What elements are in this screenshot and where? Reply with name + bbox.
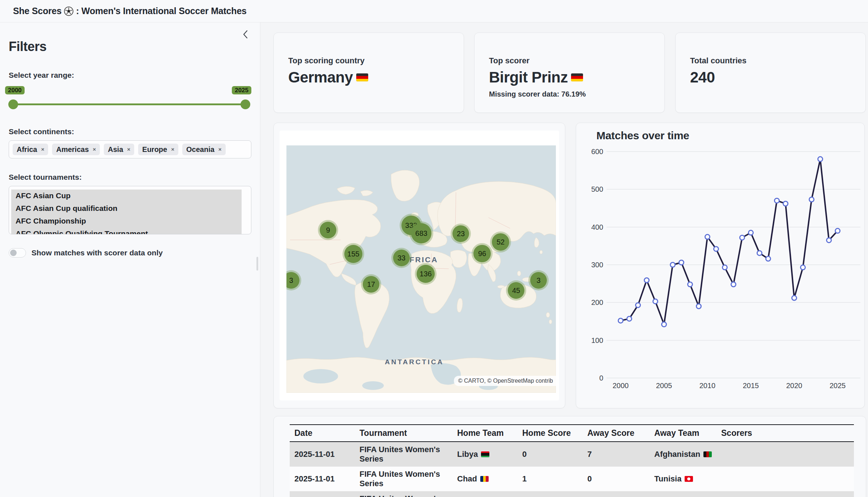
page-title-pre: She Scores (13, 6, 61, 16)
page-title-post: : Women's International Soccer Matches (76, 6, 247, 16)
continent-tag[interactable]: Asia× (104, 144, 134, 155)
table-cell: Afghanistan (650, 442, 716, 467)
table-header-row: DateTournamentHome TeamHome ScoreAway Sc… (290, 425, 854, 442)
chart-xtick-label: 2005 (656, 382, 672, 390)
chart-data-point (766, 256, 771, 261)
map-cluster-marker[interactable]: 52 (492, 233, 509, 251)
map-cluster-marker[interactable]: 17 (363, 276, 379, 293)
chart-data-point (775, 198, 779, 203)
chart-data-point (627, 317, 632, 321)
map-cluster-marker[interactable]: 9 (320, 222, 336, 238)
remove-tag-icon[interactable]: × (41, 146, 44, 153)
table-header-cell: Home Score (518, 425, 583, 442)
chart-panel: Matches over time 0100200300400500600200… (576, 123, 865, 408)
ly-flag-icon (481, 451, 489, 457)
chart-ytick-label: 300 (591, 261, 603, 269)
sidebar-scrollbar-thumb[interactable] (256, 257, 258, 271)
germany-flag-icon (571, 73, 583, 81)
table-cell: 7 (583, 442, 650, 467)
table-header-cell: Date (290, 425, 355, 442)
map-cluster-marker[interactable]: 45 (508, 282, 524, 299)
chart-data-point (662, 322, 667, 327)
chart-data-point (783, 201, 788, 206)
map-attribution[interactable]: © CARTO, © OpenStreetMap contrib (454, 376, 556, 386)
table-row: 2025-11-01FIFA Unites Women's SeriesLiby… (290, 442, 854, 467)
map-cluster-marker[interactable]: 683 (411, 223, 431, 243)
continent-tag-label: Europe (142, 145, 167, 153)
scorer-data-toggle[interactable] (9, 248, 26, 258)
tournament-option[interactable]: AFC Asian Cup qualification (11, 202, 242, 215)
tournament-option[interactable]: AFC Championship (11, 215, 242, 228)
stat-label: Total countries (690, 56, 865, 65)
scorer-toggle-row: Show matches with scorer data only (9, 248, 260, 258)
continent-tag[interactable]: Europe× (138, 144, 178, 155)
tournament-option[interactable]: AFC Asian Cup (11, 190, 242, 202)
chart-xtick-label: 2000 (613, 382, 629, 390)
chart-data-point (731, 282, 736, 287)
chart-xtick-label: 2020 (786, 382, 803, 390)
slider-handle-min[interactable] (8, 99, 18, 109)
table-header-cell: Away Score (583, 425, 650, 442)
table-cell (716, 491, 854, 497)
tournaments-listbox[interactable]: AFC Asian CupAFC Asian Cup qualification… (9, 186, 251, 234)
continents-multiselect[interactable]: Africa×Americas×Asia×Europe×Oceania× (9, 140, 251, 158)
map-cluster-marker[interactable]: 33 (393, 250, 410, 266)
chevron-left-icon (242, 30, 248, 39)
chart-data-point (653, 299, 658, 304)
map-cluster-marker[interactable]: 23 (452, 225, 469, 242)
continent-tag[interactable]: Africa× (13, 144, 48, 155)
chart-data-point (801, 265, 805, 270)
chart-data-point (809, 197, 814, 202)
map-cluster-marker[interactable]: 96 (473, 245, 491, 262)
tournament-option[interactable]: AFC Olympic Qualifying Tournament (11, 228, 242, 234)
collapse-sidebar-button[interactable] (242, 30, 248, 40)
team-name: Libya (457, 450, 478, 459)
scorer-toggle-label: Show matches with scorer data only (31, 248, 163, 257)
stat-card-top-scoring-country: Top scoring country Germany (273, 33, 464, 113)
table-cell: 4 (518, 491, 583, 497)
slider-track[interactable] (13, 103, 246, 105)
tn-flag-icon (685, 476, 693, 482)
slider-handle-max[interactable] (241, 99, 250, 109)
stat-card-total-countries: Total countries 240 (675, 33, 866, 113)
table-cell: 2025-11-01 (290, 442, 355, 467)
map-cluster-marker[interactable]: 3 (530, 272, 547, 289)
chart-data-point (636, 303, 641, 307)
map-panel: AFRICA ANTARCTICA © CARTO, © OpenStreetM… (273, 123, 565, 408)
continent-tag-label: Americas (56, 145, 89, 153)
year-range-label: Select year range: (9, 71, 260, 80)
stat-value: Germany (288, 69, 464, 86)
remove-tag-icon[interactable]: × (93, 146, 96, 153)
table-cell: 2025-11-01 (290, 467, 355, 491)
map-cluster-marker[interactable]: 136 (417, 265, 435, 283)
stat-card-top-scorer: Top scorer Birgit Prinz Missing scorer d… (474, 33, 665, 113)
team-cell: Libya (457, 450, 514, 459)
map-cluster-marker[interactable]: 155 (344, 245, 362, 263)
chart-xtick-label: 2025 (830, 382, 846, 390)
chart-ytick-label: 400 (591, 223, 603, 231)
remove-tag-icon[interactable]: × (171, 146, 174, 153)
chart-data-point (705, 234, 710, 239)
stat-label: Top scoring country (288, 56, 464, 65)
chart-data-point (757, 251, 762, 255)
world-map[interactable]: AFRICA ANTARCTICA © CARTO, © OpenStreetM… (286, 145, 556, 393)
table-cell: Afghanistan (650, 491, 716, 497)
chart-ytick-label: 0 (599, 374, 603, 382)
chart-data-point (740, 235, 745, 240)
team-cell: Tunisia (654, 474, 713, 484)
matches-table-card: DateTournamentHome TeamHome ScoreAway Sc… (273, 416, 866, 497)
table-cell: FIFA Unites Women's Series (355, 491, 452, 497)
remove-tag-icon[interactable]: × (127, 146, 131, 153)
chart-data-point (723, 265, 727, 270)
table-header-cell: Home Team (452, 425, 518, 442)
chart-data-point (688, 282, 693, 287)
continent-tag[interactable]: Oceania× (182, 144, 226, 155)
sidebar: Filters Select year range: 2000 2025 Sel… (0, 22, 260, 497)
remove-tag-icon[interactable]: × (218, 146, 222, 153)
continent-tag[interactable]: Americas× (52, 144, 100, 155)
table-cell: 0 (518, 442, 583, 467)
map-label-antarctica: ANTARCTICA (385, 358, 444, 366)
table-header-cell: Away Team (650, 425, 716, 442)
team-cell: Chad (457, 474, 514, 484)
table-cell: 1 (518, 467, 583, 491)
